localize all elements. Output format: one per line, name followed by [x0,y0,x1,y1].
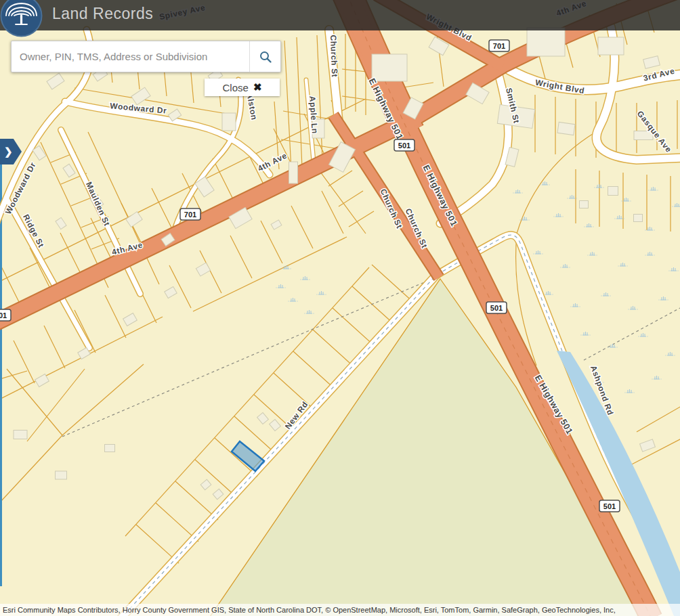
route-shield-number: 501 [490,304,503,312]
route-shield-number: 501 [603,502,616,510]
page-title: Land Records [52,5,153,23]
app-header: Land Records [0,0,680,30]
route-shield-number: 701 [493,42,505,50]
search-button[interactable] [249,41,280,72]
map-canvas[interactable]: Spivey Ave 4th Ave Wright Blvd Wright Bl… [0,0,680,616]
road-label: Church St [328,35,339,77]
close-button[interactable]: Close ✖ [205,79,280,96]
route-shield-number: 701 [184,211,196,219]
route-shield-number: 501 [398,141,410,150]
search-icon [259,50,272,64]
route-shield-number: 701 [0,311,7,320]
map-attribution: Esri Community Maps Contributors, Horry … [0,604,680,616]
search-input[interactable] [12,41,249,72]
land-records-app: Spivey Ave 4th Ave Wright Blvd Wright Bl… [0,0,680,616]
app-logo-tree-icon [0,0,43,37]
close-button-label: Close [223,82,249,93]
search-bar [11,41,281,72]
chevron-right-icon: ❯ [4,146,13,157]
close-x-icon: ✖ [253,81,262,93]
